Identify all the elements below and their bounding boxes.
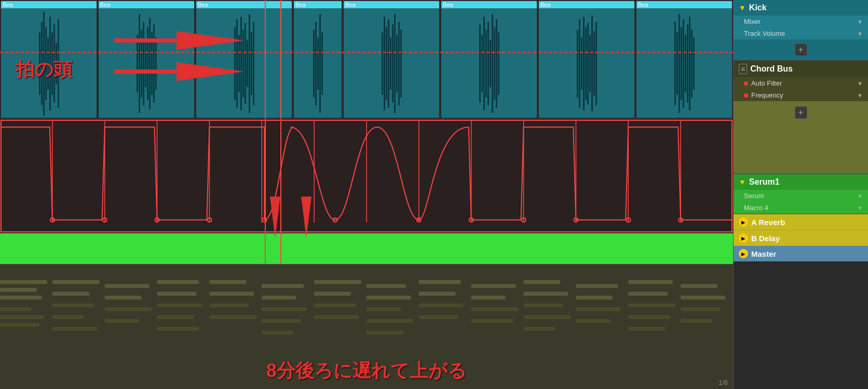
chord-freq-row[interactable]: Frequency ▼ — [734, 89, 868, 101]
svg-rect-72 — [419, 303, 464, 308]
automation-curve — [0, 119, 733, 233]
serum1-macro-dropdown[interactable]: ▼ — [857, 205, 863, 211]
bass-track — [0, 233, 733, 265]
serum1-header[interactable]: ▼ Serum1 — [734, 174, 868, 190]
chord-freq-label: Frequency — [751, 91, 854, 99]
dashed-reference-line — [0, 52, 733, 53]
clip-label-1: Bea — [1, 1, 97, 8]
svg-rect-68 — [367, 319, 414, 323]
svg-rect-87 — [628, 280, 673, 284]
bar — [691, 30, 693, 98]
chord-filter-row[interactable]: Auto Filter ▼ — [734, 77, 868, 89]
svg-rect-89 — [628, 303, 675, 308]
beat-clips-row: Bea Bea — [0, 0, 733, 119]
chord-bus-body: + — [734, 101, 868, 174]
kick-title: Kick — [749, 3, 863, 12]
svg-rect-56 — [262, 284, 304, 288]
bar — [579, 19, 580, 108]
bar — [396, 35, 398, 92]
bar — [583, 17, 585, 110]
svg-rect-92 — [681, 284, 717, 288]
svg-rect-53 — [209, 292, 254, 296]
bar — [388, 19, 389, 108]
b-delay-play-icon[interactable]: ▶ — [739, 233, 748, 243]
svg-rect-61 — [314, 280, 361, 284]
bar — [591, 16, 593, 112]
beat-clip-8[interactable]: Bea — [636, 1, 732, 118]
a-reverb-title: A Reverb — [751, 218, 863, 227]
bar — [577, 30, 578, 98]
svg-rect-66 — [367, 296, 411, 300]
bar — [394, 14, 396, 113]
waveform-7 — [539, 1, 634, 118]
serum1-macro-row[interactable]: Macro 4 ▼ — [734, 202, 868, 214]
svg-rect-39 — [52, 292, 89, 296]
waveform-6 — [441, 1, 537, 118]
svg-rect-67 — [367, 308, 401, 312]
bar — [593, 31, 595, 96]
svg-rect-90 — [628, 315, 670, 319]
serum1-serum-row[interactable]: Serum ▼ — [734, 190, 868, 202]
beat-clip-6[interactable]: Bea — [441, 1, 537, 118]
serum1-expand-icon[interactable]: ▼ — [739, 178, 746, 186]
svg-rect-36 — [0, 315, 45, 319]
svg-rect-69 — [367, 331, 403, 335]
master-title: Master — [751, 249, 863, 258]
serum1-macro-label: Macro 4 — [744, 204, 854, 212]
svg-rect-88 — [628, 292, 668, 296]
bar — [315, 22, 317, 105]
svg-rect-73 — [419, 315, 458, 319]
chord-bus-menu-icon[interactable]: ≡ — [739, 64, 747, 74]
bar — [321, 32, 323, 95]
b-delay-section[interactable]: ▶ B Delay — [734, 230, 868, 246]
chord-bus-title: Chord Bus — [750, 64, 863, 74]
midi-track: 8分後ろに遅れて上がる 1/8 — [0, 265, 733, 389]
clip-label-6: Bea — [441, 1, 537, 8]
chord-bus-header[interactable]: ≡ Chord Bus — [734, 61, 868, 77]
svg-rect-80 — [524, 303, 563, 308]
bar — [693, 37, 695, 90]
svg-rect-74 — [471, 284, 516, 288]
svg-rect-49 — [157, 303, 202, 308]
kick-add-button[interactable]: + — [795, 44, 807, 56]
beat-track: Bea Bea — [0, 0, 733, 119]
svg-rect-75 — [471, 296, 506, 300]
svg-rect-82 — [524, 327, 555, 331]
svg-marker-31 — [301, 197, 311, 238]
serum1-serum-dropdown[interactable]: ▼ — [857, 193, 863, 199]
master-section[interactable]: ▶ Master — [734, 246, 868, 261]
kick-mixer-dropdown[interactable]: ▼ — [857, 19, 863, 25]
waveform-4a — [294, 1, 342, 118]
chord-filter-dropdown[interactable]: ▼ — [857, 80, 863, 87]
chord-freq-dropdown[interactable]: ▼ — [857, 92, 863, 99]
serum1-title: Serum1 — [749, 177, 863, 187]
bar — [392, 24, 394, 103]
svg-rect-43 — [105, 284, 150, 288]
svg-rect-78 — [524, 280, 561, 284]
chord-add-button[interactable]: + — [795, 106, 807, 119]
svg-rect-3 — [114, 70, 234, 74]
playhead-line-1 — [265, 0, 266, 119]
bar — [382, 32, 383, 95]
master-play-icon[interactable]: ▶ — [739, 249, 748, 258]
beat-clip-4a[interactable]: Bea — [294, 1, 342, 118]
bar — [492, 14, 493, 113]
svg-rect-77 — [471, 319, 513, 323]
bar — [400, 30, 402, 98]
kick-header[interactable]: ▼ Kick — [734, 0, 868, 16]
svg-rect-65 — [367, 284, 406, 288]
bar — [679, 14, 680, 113]
beat-clip-5[interactable]: Bea — [344, 1, 439, 118]
kick-volume-row[interactable]: Track Volume ▼ — [734, 27, 868, 39]
kick-volume-dropdown[interactable]: ▼ — [857, 31, 863, 37]
annotation-delay-text: 8分後ろに遅れて上がる — [266, 358, 467, 384]
down-arrows — [249, 197, 353, 238]
kick-mixer-row[interactable]: Mixer ▼ — [734, 16, 868, 27]
kick-expand-icon[interactable]: ▼ — [739, 4, 746, 12]
svg-rect-35 — [0, 308, 32, 312]
waveform-8 — [636, 1, 732, 118]
a-reverb-section[interactable]: ▶ A Reverb — [734, 214, 868, 230]
beat-clip-7[interactable]: Bea — [539, 1, 634, 118]
a-reverb-play-icon[interactable]: ▶ — [739, 217, 748, 227]
serum1-section: ▼ Serum1 Serum ▼ Macro 4 ▼ — [734, 174, 868, 214]
